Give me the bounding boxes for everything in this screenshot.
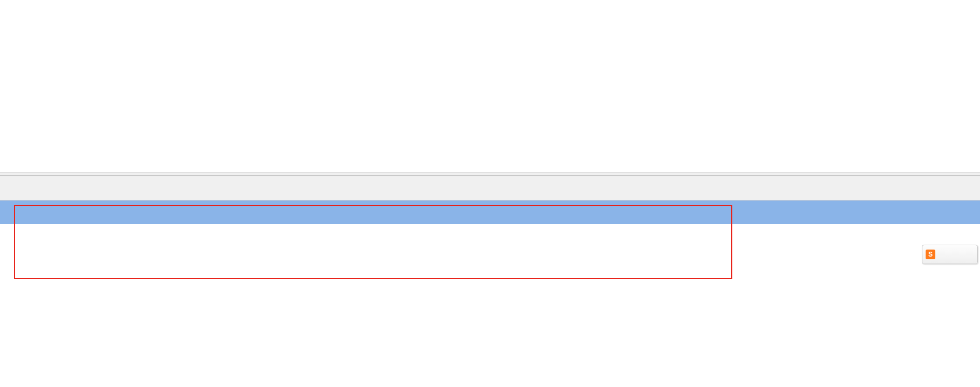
log-editor-pane[interactable] [0,0,980,172]
annotation-box-2 [14,227,732,279]
sogou-ime-widget[interactable]: S [922,245,978,264]
status-bar-search-2[interactable] [0,200,980,224]
sogou-logo-icon: S [926,250,935,259]
status-bar-area [0,176,980,224]
svg-text:S: S [928,251,933,258]
status-bar-search-1[interactable] [0,176,980,200]
